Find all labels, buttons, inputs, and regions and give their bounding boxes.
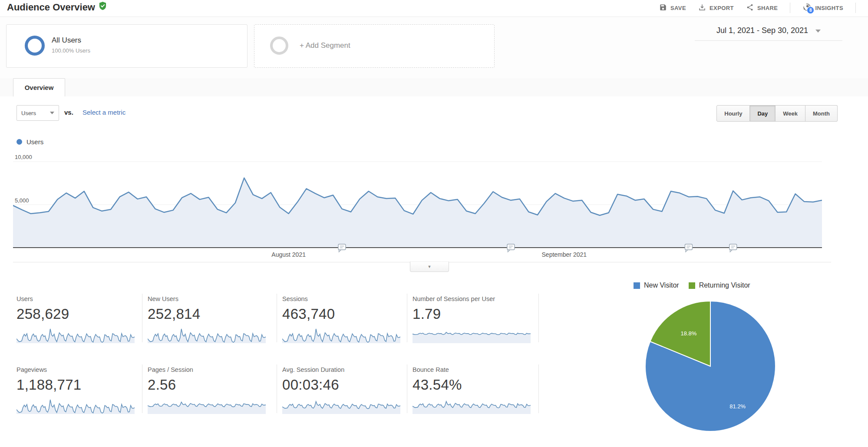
- shield-check-icon: [99, 1, 107, 13]
- metric-divider: [142, 364, 142, 413]
- date-range-text: Jul 1, 2021 - Sep 30, 2021: [716, 26, 808, 35]
- save-icon: [659, 3, 667, 13]
- tab-overview[interactable]: Overview: [13, 78, 65, 96]
- users-legend-label: Users: [26, 138, 43, 146]
- metric-sparkline-chart: [413, 325, 531, 344]
- add-segment-button[interactable]: + Add Segment: [254, 24, 495, 68]
- vs-label: vs.: [64, 109, 73, 116]
- granularity-day-button[interactable]: Day: [750, 105, 776, 122]
- granularity-switcher: Hourly Day Week Month: [716, 105, 838, 122]
- users-legend-dot-icon: [17, 139, 22, 145]
- metric-value: 463,740: [282, 306, 402, 322]
- metric-divider: [407, 364, 407, 413]
- users-timeseries-chart[interactable]: [13, 152, 822, 254]
- share-icon: [746, 3, 754, 13]
- segment-all-users[interactable]: All Users 100.00% Users: [6, 24, 248, 68]
- returning-visitor-swatch-icon: [689, 282, 695, 289]
- collapse-chart-button[interactable]: ▼: [410, 262, 449, 272]
- visitor-type-pie-chart[interactable]: 81.2%18.8%: [643, 299, 778, 434]
- chart-legend: Users: [17, 138, 43, 146]
- metric-value: 1,188,771: [17, 377, 136, 393]
- page-title-text: Audience Overview: [7, 2, 95, 13]
- pie-slice-percentage: 18.8%: [680, 330, 696, 337]
- select-a-metric-link[interactable]: Select a metric: [83, 109, 125, 116]
- insights-label: INSIGHTS: [815, 5, 843, 11]
- save-label: SAVE: [670, 5, 686, 11]
- export-icon: [698, 3, 706, 13]
- metric-card[interactable]: Avg. Session Duration00:03:46: [282, 366, 402, 414]
- header-divider-right: [855, 3, 856, 13]
- pie-slice-percentage: 81.2%: [729, 403, 746, 410]
- metric-card[interactable]: Sessions463,740: [282, 295, 402, 344]
- pie-legend: New Visitor Returning Visitor: [634, 281, 750, 289]
- metric-value: 258,629: [17, 306, 136, 322]
- chevron-down-icon: [50, 112, 54, 114]
- metric-sparkline-chart: [148, 325, 266, 344]
- metric-divider: [538, 364, 539, 413]
- metric-divider: [407, 294, 407, 342]
- metric-value: 43.54%: [413, 377, 532, 393]
- metric-sparkline-chart: [282, 325, 400, 344]
- add-segment-label: + Add Segment: [300, 41, 350, 50]
- metric-selector-dropdown[interactable]: Users: [17, 105, 59, 121]
- report-panel: Users vs. Select a metric Hourly Day Wee…: [0, 96, 868, 447]
- annotation-marker-icon[interactable]: [685, 244, 692, 252]
- export-label: EXPORT: [710, 5, 734, 11]
- page-title: Audience Overview: [7, 1, 107, 13]
- metric-card[interactable]: Number of Sessions per User1.79: [413, 295, 532, 344]
- metric-label: Avg. Session Duration: [282, 366, 402, 373]
- metric-label: Bounce Rate: [413, 366, 532, 373]
- save-button[interactable]: SAVE: [659, 3, 686, 13]
- metric-label: Pages / Session: [148, 366, 267, 373]
- metric-label: Users: [17, 295, 136, 302]
- annotation-marker-icon[interactable]: [507, 244, 515, 252]
- metric-label: Sessions: [282, 295, 402, 302]
- segment-name: All Users: [52, 36, 81, 45]
- metric-label: Number of Sessions per User: [413, 295, 532, 302]
- legend-new-visitor: New Visitor: [634, 281, 679, 289]
- tab-strip: Overview: [0, 78, 868, 97]
- chevron-down-icon: [815, 30, 821, 33]
- metric-divider: [277, 364, 277, 413]
- share-button[interactable]: SHARE: [746, 3, 778, 13]
- new-visitor-label: New Visitor: [644, 281, 679, 289]
- x-axis-month-label: August 2021: [271, 251, 306, 258]
- metric-sparkline-chart: [17, 325, 135, 344]
- new-visitor-swatch-icon: [634, 282, 640, 289]
- metric-divider: [142, 294, 142, 342]
- metric-sparkline-chart: [148, 396, 266, 414]
- metric-value: 252,814: [148, 306, 267, 322]
- audience-overview-page: Audience Overview SAVE EXPORT: [0, 0, 868, 447]
- metric-label: New Users: [148, 295, 267, 302]
- granularity-week-button[interactable]: Week: [776, 105, 805, 122]
- segment-ring-icon: [25, 36, 45, 56]
- export-button[interactable]: EXPORT: [698, 3, 734, 13]
- metric-card[interactable]: Users258,629: [17, 295, 136, 344]
- metric-sparkline-chart: [282, 396, 400, 414]
- metric-value: 00:03:46: [282, 377, 402, 393]
- insights-badge: 8: [807, 7, 814, 14]
- page-header: Audience Overview SAVE EXPORT: [0, 0, 868, 17]
- date-range-picker[interactable]: Jul 1, 2021 - Sep 30, 2021: [695, 26, 842, 41]
- metric-selector-value: Users: [21, 110, 36, 116]
- segment-ring-gray-icon: [270, 36, 288, 55]
- share-label: SHARE: [757, 5, 778, 11]
- metric-card[interactable]: Pages / Session2.56: [148, 366, 267, 414]
- header-actions: SAVE EXPORT SHARE 8 INSIGHTS: [659, 0, 856, 16]
- insights-button[interactable]: 8 INSIGHTS: [802, 3, 843, 13]
- x-axis-month-label: September 2021: [542, 251, 587, 258]
- header-divider: [790, 3, 790, 13]
- metric-label: Pageviews: [17, 366, 136, 373]
- metric-card[interactable]: Pageviews1,188,771: [17, 366, 136, 414]
- annotation-marker-icon[interactable]: [338, 244, 346, 252]
- granularity-hourly-button[interactable]: Hourly: [716, 105, 750, 122]
- metric-sparkline-chart: [413, 396, 531, 414]
- metric-card[interactable]: Bounce Rate43.54%: [413, 366, 532, 414]
- metric-card[interactable]: New Users252,814: [148, 295, 267, 344]
- annotation-marker-icon[interactable]: [729, 244, 737, 252]
- returning-visitor-label: Returning Visitor: [699, 281, 750, 289]
- metric-value: 2.56: [148, 377, 267, 393]
- granularity-month-button[interactable]: Month: [805, 105, 838, 122]
- legend-returning-visitor: Returning Visitor: [689, 281, 750, 289]
- metric-divider: [277, 294, 277, 342]
